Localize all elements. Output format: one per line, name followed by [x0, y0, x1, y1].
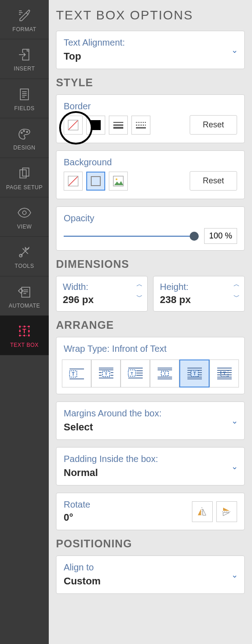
svg-rect-0: [20, 89, 28, 100]
border-solid-button[interactable]: [109, 116, 128, 135]
bg-reset-button[interactable]: Reset: [190, 171, 237, 191]
align-label: Align to: [64, 562, 237, 573]
bg-image-button[interactable]: [109, 172, 128, 191]
margins-value: Select: [64, 421, 237, 433]
chevron-down-icon[interactable]: ⌄: [231, 45, 238, 55]
sidebar-item-tools[interactable]: TOOLS: [0, 237, 49, 276]
height-down-icon[interactable]: ﹀: [233, 294, 240, 300]
align-to-card[interactable]: Align to Custom ⌄: [56, 555, 245, 594]
sidebar-label: TEXT BOX: [10, 342, 38, 348]
padding-card[interactable]: Padding Inside the box: Normal ⌄: [56, 447, 245, 485]
wrap-inline-icon: T: [68, 366, 86, 381]
svg-text:T: T: [223, 371, 225, 376]
width-label: Width:: [63, 282, 141, 292]
sidebar-item-view[interactable]: VIEW: [0, 197, 49, 237]
positioning-heading: POSITIONING: [56, 537, 245, 550]
border-color-button[interactable]: [86, 116, 105, 135]
opacity-slider[interactable]: [64, 236, 199, 237]
opacity-card: Opacity 100 %: [56, 206, 245, 251]
empty-swatch-icon: [90, 175, 102, 187]
svg-rect-22: [91, 120, 101, 130]
page-setup-icon: [16, 165, 33, 182]
flip-vertical-button[interactable]: [216, 501, 237, 522]
svg-point-13: [19, 335, 21, 336]
svg-text:T: T: [71, 372, 74, 377]
height-up-icon[interactable]: ︿: [233, 281, 240, 287]
background-card: Background Reset: [56, 150, 245, 199]
dimensions-heading: DIMENSIONS: [56, 258, 245, 271]
svg-point-12: [28, 326, 30, 327]
wrap-inline-button[interactable]: T: [62, 359, 91, 387]
flip-horizontal-button[interactable]: [192, 501, 213, 522]
svg-point-1: [21, 132, 23, 134]
arrange-heading: ARRANGE: [56, 319, 245, 331]
sidebar-item-page-setup[interactable]: PAGE SETUP: [0, 158, 49, 197]
width-card[interactable]: Width: 296 px ︿﹀: [56, 276, 148, 312]
svg-text:T: T: [105, 372, 107, 376]
opacity-value[interactable]: 100 %: [204, 228, 237, 244]
text-alignment-card[interactable]: Text Alignment: Top ⌄: [56, 31, 245, 69]
border-none-button[interactable]: [64, 116, 83, 135]
height-card[interactable]: Height: 238 px ︿﹀: [153, 276, 245, 312]
wrap-left-icon: T: [126, 366, 145, 381]
margins-card[interactable]: Margins Around the box: Select ⌄: [56, 401, 245, 440]
width-down-icon[interactable]: ﹀: [136, 294, 143, 300]
options-panel: TEXT BOX OPTIONS Text Alignment: Top ⌄ S…: [49, 0, 252, 644]
svg-text:T: T: [22, 327, 26, 335]
dashed-lines-icon: [135, 121, 147, 129]
wrap-type-card: Wrap Type: Infront of Text T T T T T T: [56, 337, 245, 394]
sidebar-item-format[interactable]: FORMAT: [0, 0, 49, 39]
align-value: Custom: [64, 575, 237, 587]
border-dashed-button[interactable]: [131, 116, 150, 135]
format-icon: [16, 7, 33, 23]
svg-point-18: [28, 331, 30, 332]
padding-value: Normal: [64, 467, 237, 479]
flip-v-icon: [220, 505, 233, 518]
text-box-icon: T: [16, 323, 33, 339]
wrap-infront-button[interactable]: T: [179, 359, 210, 387]
rotate-value: 0°: [64, 512, 192, 523]
width-value: 296 px: [63, 294, 141, 306]
wrap-behind-button[interactable]: T: [210, 359, 239, 387]
border-card: Border Reset: [56, 94, 245, 143]
style-heading: STYLE: [56, 76, 245, 89]
opacity-slider-thumb[interactable]: [190, 232, 199, 241]
rotate-label: Rotate: [64, 499, 192, 510]
svg-point-33: [116, 178, 117, 180]
svg-point-16: [24, 335, 25, 336]
sidebar-label: FIELDS: [14, 105, 34, 112]
height-value: 238 px: [160, 294, 238, 306]
svg-text:T: T: [163, 372, 166, 376]
svg-point-11: [19, 326, 21, 327]
sidebar-label: PAGE SETUP: [6, 184, 43, 191]
width-up-icon[interactable]: ︿: [136, 281, 143, 287]
alignment-value: Top: [64, 51, 237, 62]
chevron-down-icon[interactable]: ⌄: [231, 416, 238, 426]
sidebar-label: FORMAT: [13, 26, 37, 33]
sidebar-label: VIEW: [17, 224, 32, 230]
border-reset-button[interactable]: Reset: [190, 115, 237, 135]
flip-h-icon: [196, 505, 209, 518]
height-label: Height:: [160, 282, 238, 292]
svg-point-14: [28, 335, 30, 336]
color-swatch-icon: [90, 119, 102, 131]
bg-none-button[interactable]: [64, 172, 83, 191]
bg-color-button[interactable]: [86, 172, 105, 191]
sidebar-item-text-box[interactable]: T TEXT BOX: [0, 316, 49, 355]
sidebar-item-insert[interactable]: INSERT: [0, 39, 49, 79]
wrap-left-button[interactable]: T: [121, 359, 150, 387]
sidebar-item-design[interactable]: DESIGN: [0, 118, 49, 158]
wrap-square-button[interactable]: T: [91, 359, 121, 387]
sidebar-label: DESIGN: [13, 145, 35, 151]
sidebar-item-fields[interactable]: FIELDS: [0, 79, 49, 118]
design-icon: [16, 126, 33, 142]
fields-icon: [16, 86, 33, 103]
wrap-topbottom-button[interactable]: T: [150, 359, 179, 387]
opacity-label: Opacity: [64, 213, 237, 224]
sidebar-item-automate[interactable]: AUTOMATE: [0, 276, 49, 316]
svg-rect-8: [22, 287, 30, 297]
chevron-down-icon[interactable]: ⌄: [231, 570, 238, 580]
rotate-card: Rotate 0°: [56, 493, 245, 530]
svg-point-3: [27, 131, 28, 133]
chevron-down-icon[interactable]: ⌄: [231, 462, 238, 471]
